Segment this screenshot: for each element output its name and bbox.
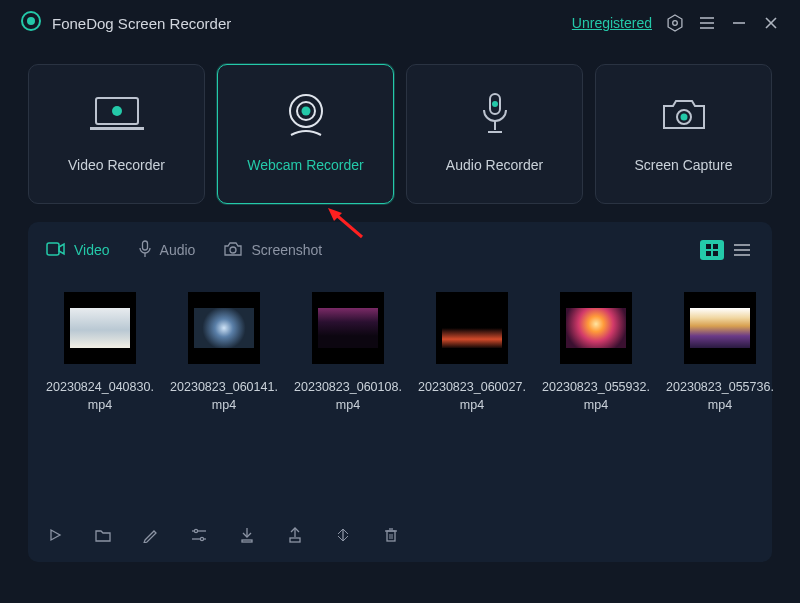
svg-point-19: [492, 101, 498, 107]
svg-point-12: [112, 106, 122, 116]
settings-icon[interactable]: [666, 14, 684, 32]
webcam-icon: [279, 95, 333, 135]
tab-video[interactable]: Video: [46, 242, 110, 259]
svg-rect-43: [387, 531, 395, 541]
titlebar: FoneDog Screen Recorder Unregistered: [0, 0, 800, 48]
mode-label: Audio Recorder: [446, 157, 543, 173]
app-title: FoneDog Screen Recorder: [52, 15, 231, 32]
thumbnail: [188, 292, 260, 364]
mode-audio-recorder[interactable]: Audio Recorder: [406, 64, 583, 204]
thumbnail: [64, 292, 136, 364]
tab-audio[interactable]: Audio: [138, 240, 196, 261]
list-item[interactable]: 20230823_060108.mp4: [294, 292, 402, 512]
media-tabs: Video Audio Screenshot: [46, 222, 754, 278]
mode-screen-capture[interactable]: Screen Capture: [595, 64, 772, 204]
mode-video-recorder[interactable]: Video Recorder: [28, 64, 205, 204]
svg-rect-29: [713, 251, 718, 256]
file-name: 20230823_055932.mp4: [542, 378, 650, 414]
mode-label: Screen Capture: [634, 157, 732, 173]
file-name: 20230824_040830.mp4: [46, 378, 154, 414]
list-item[interactable]: 20230823_060027.mp4: [418, 292, 526, 512]
edit-button[interactable]: [142, 526, 160, 544]
file-name: 20230823_060141.mp4: [170, 378, 278, 414]
svg-point-3: [673, 21, 678, 26]
svg-rect-11: [90, 127, 144, 130]
svg-rect-27: [713, 244, 718, 249]
download-button[interactable]: [238, 526, 256, 544]
monitor-icon: [90, 95, 144, 135]
file-name: 20230823_060108.mp4: [294, 378, 402, 414]
list-view-button[interactable]: [730, 240, 754, 260]
file-grid: 20230824_040830.mp4 20230823_060141.mp4 …: [46, 278, 754, 512]
list-item[interactable]: 20230824_040830.mp4: [46, 292, 154, 512]
registration-status-link[interactable]: Unregistered: [572, 15, 652, 31]
svg-point-21: [680, 114, 687, 121]
convert-button[interactable]: [334, 526, 352, 544]
tab-label: Audio: [160, 242, 196, 258]
tab-screenshot[interactable]: Screenshot: [223, 241, 322, 260]
tab-label: Video: [74, 242, 110, 258]
view-toggle: [700, 240, 754, 260]
menu-icon[interactable]: [698, 14, 716, 32]
recordings-panel: Video Audio Screenshot: [28, 222, 772, 562]
close-icon[interactable]: [762, 14, 780, 32]
mode-label: Video Recorder: [68, 157, 165, 173]
titlebar-actions: Unregistered: [572, 14, 780, 32]
delete-button[interactable]: [382, 526, 400, 544]
mode-webcam-recorder[interactable]: Webcam Recorder: [217, 64, 394, 204]
svg-rect-28: [706, 251, 711, 256]
microphone-icon: [468, 95, 522, 135]
svg-rect-23: [142, 241, 147, 250]
mode-cards: Video Recorder Webcam Recorder Audio Rec…: [0, 48, 800, 222]
mode-label: Webcam Recorder: [247, 157, 363, 173]
svg-rect-26: [706, 244, 711, 249]
list-item[interactable]: 20230823_055736.mp4: [666, 292, 774, 512]
thumbnail: [560, 292, 632, 364]
file-name: 20230823_060027.mp4: [418, 378, 526, 414]
thumbnail: [684, 292, 756, 364]
microphone-small-icon: [138, 240, 152, 261]
share-button[interactable]: [286, 526, 304, 544]
minimize-icon[interactable]: [730, 14, 748, 32]
svg-marker-33: [51, 530, 60, 540]
svg-point-1: [27, 17, 35, 25]
file-name: 20230823_055736.mp4: [666, 378, 774, 414]
svg-rect-39: [242, 540, 252, 542]
thumbnail: [436, 292, 508, 364]
video-icon: [46, 242, 66, 259]
adjust-button[interactable]: [190, 526, 208, 544]
svg-point-25: [230, 247, 236, 253]
svg-point-37: [200, 537, 203, 540]
svg-point-15: [301, 107, 310, 116]
folder-button[interactable]: [94, 526, 112, 544]
tab-label: Screenshot: [251, 242, 322, 258]
svg-point-35: [194, 529, 197, 532]
logo-icon: [20, 10, 42, 36]
file-toolbar: [46, 512, 754, 544]
svg-rect-41: [290, 538, 300, 542]
play-button[interactable]: [46, 526, 64, 544]
list-item[interactable]: 20230823_055932.mp4: [542, 292, 650, 512]
svg-marker-2: [668, 15, 682, 31]
list-item[interactable]: 20230823_060141.mp4: [170, 292, 278, 512]
camera-icon: [657, 95, 711, 135]
camera-small-icon: [223, 241, 243, 260]
grid-view-button[interactable]: [700, 240, 724, 260]
brand: FoneDog Screen Recorder: [20, 10, 231, 36]
svg-rect-22: [47, 243, 59, 255]
thumbnail: [312, 292, 384, 364]
